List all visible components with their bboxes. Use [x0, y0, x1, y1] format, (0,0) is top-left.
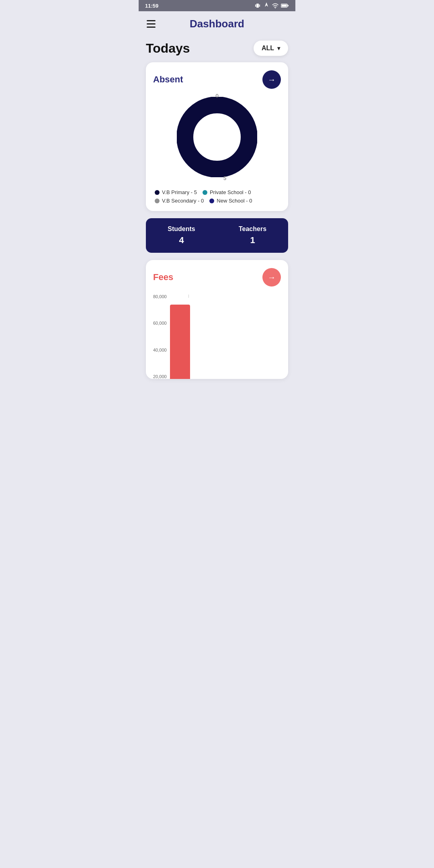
hamburger-line-3 — [147, 27, 156, 28]
legend-dot-private-school — [203, 190, 207, 195]
donut-label-bottom: 5 — [223, 175, 226, 181]
teachers-label: Teachers — [221, 225, 284, 233]
svg-rect-8 — [288, 5, 289, 6]
filter-value: ALL — [262, 45, 274, 52]
header: Dashboard — [139, 11, 295, 37]
fees-card-header: Fees → — [153, 268, 281, 287]
legend-label-private-school: Private School - 0 — [210, 189, 251, 195]
y-label-40000: 40,000 — [153, 348, 167, 352]
bar-1 — [170, 305, 190, 379]
bar-top-line — [188, 295, 189, 298]
students-stat: Students 4 — [146, 218, 217, 253]
teachers-value: 1 — [221, 235, 284, 246]
legend-dot-new-school — [209, 199, 214, 203]
main-content: Todays ALL ▾ Absent → 0 5 — [139, 37, 295, 387]
fees-arrow-right-icon: → — [268, 273, 276, 282]
chart-legend: V.B Primary - 5 Private School - 0 V.B S… — [153, 189, 281, 211]
todays-label: Todays — [146, 41, 190, 56]
filter-button[interactable]: ALL ▾ — [254, 41, 288, 56]
todays-row: Todays ALL ▾ — [146, 41, 288, 56]
students-label: Students — [150, 225, 213, 233]
legend-item-new-school: New School - 0 — [209, 198, 252, 204]
legend-dot-vb-secondary — [155, 199, 160, 203]
teachers-stat: Teachers 1 — [217, 218, 288, 253]
absent-card: Absent → 0 5 V.B Primary - 5 Private S — [146, 62, 288, 211]
legend-item-private-school: Private School - 0 — [203, 189, 251, 195]
legend-item-vb-primary: V.B Primary - 5 — [155, 189, 197, 195]
vibrate-icon — [254, 2, 261, 9]
legend-dot-vb-primary — [155, 190, 160, 195]
hamburger-menu[interactable] — [147, 20, 156, 28]
page-title: Dashboard — [190, 18, 244, 30]
wifi-icon — [272, 2, 278, 9]
legend-label-vb-primary: V.B Primary - 5 — [162, 189, 197, 195]
stats-bar: Students 4 Teachers 1 — [146, 218, 288, 253]
status-time: 11:59 — [145, 3, 158, 9]
donut-chart: 0 5 — [153, 93, 281, 181]
absent-title: Absent — [153, 74, 183, 85]
legend-item-vb-secondary: V.B Secondary - 0 — [155, 198, 204, 204]
svg-point-5 — [275, 8, 276, 8]
battery-icon — [281, 3, 289, 8]
status-bar: 11:59 — [139, 0, 295, 11]
fees-bar-chart: 20,000 40,000 60,000 80,000 — [153, 291, 281, 379]
y-label-60000: 60,000 — [153, 321, 167, 326]
svg-rect-7 — [282, 5, 287, 7]
hamburger-line-1 — [147, 20, 156, 21]
status-icons — [254, 2, 289, 9]
signal-icon — [263, 2, 270, 9]
donut-svg — [177, 97, 257, 177]
svg-rect-0 — [256, 4, 259, 8]
students-value: 4 — [150, 235, 213, 246]
bars-area — [170, 295, 281, 379]
legend-label-new-school: New School - 0 — [217, 198, 252, 204]
fees-title: Fees — [153, 272, 173, 283]
donut-label-top: 0 — [215, 93, 218, 99]
svg-rect-1 — [255, 4, 256, 7]
y-axis: 20,000 40,000 60,000 80,000 — [153, 295, 167, 379]
hamburger-line-2 — [147, 23, 156, 25]
y-label-20000: 20,000 — [153, 375, 167, 379]
arrow-right-icon: → — [268, 75, 276, 84]
chevron-down-icon: ▾ — [277, 45, 280, 51]
svg-rect-2 — [259, 4, 260, 7]
legend-label-vb-secondary: V.B Secondary - 0 — [162, 198, 204, 204]
fees-navigate-button[interactable]: → — [262, 268, 281, 287]
svg-point-10 — [201, 121, 233, 153]
fees-card: Fees → 20,000 40,000 60,000 80,000 — [146, 260, 288, 379]
y-label-80000: 80,000 — [153, 295, 167, 299]
absent-card-header: Absent → — [153, 70, 281, 89]
absent-navigate-button[interactable]: → — [262, 70, 281, 89]
